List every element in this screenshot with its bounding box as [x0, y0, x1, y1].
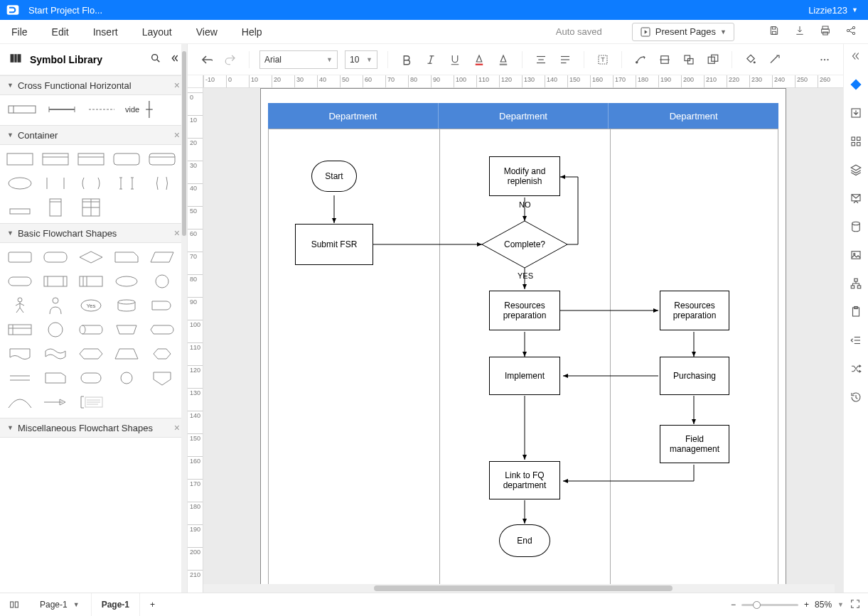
save-icon[interactable] [768, 25, 780, 38]
sitemap-icon[interactable] [850, 277, 862, 293]
close-icon[interactable]: × [174, 80, 180, 91]
shape-manual[interactable] [112, 321, 141, 338]
section-container[interactable]: ▼ Container × [0, 125, 187, 145]
font-size-select[interactable]: 10▼ [345, 50, 377, 69]
group-button[interactable] [680, 51, 697, 68]
shape-actor[interactable] [6, 297, 34, 314]
expand-panel-icon[interactable] [850, 50, 862, 65]
shape-predef2[interactable] [77, 273, 105, 290]
shuffle-icon[interactable] [850, 362, 862, 378]
section-basic-flowchart[interactable]: ▼ Basic Flowchart Shapes × [0, 223, 187, 243]
node-resources-2[interactable]: Resources preparation [660, 291, 729, 330]
shape-drum[interactable] [77, 321, 105, 338]
lane-header-2[interactable]: Department [439, 103, 609, 129]
shape-decision[interactable] [77, 249, 105, 266]
node-resources-1[interactable]: Resources preparation [489, 291, 560, 330]
shape-annot[interactable] [77, 394, 105, 411]
shape-card[interactable] [112, 249, 141, 266]
zoom-out-button[interactable]: − [731, 600, 736, 610]
theme-icon[interactable] [850, 78, 862, 94]
grid-icon[interactable] [850, 135, 862, 151]
workspace[interactable]: Department Department Department [203, 88, 843, 593]
document-title[interactable]: Start Project Flo... [28, 5, 102, 16]
align-h-button[interactable] [532, 51, 550, 68]
shape-hex[interactable] [77, 345, 105, 362]
node-submit-fsr[interactable]: Submit FSR [295, 224, 373, 265]
shape-data[interactable] [148, 249, 176, 266]
highlight-button[interactable] [495, 51, 512, 68]
horizontal-scrollbar[interactable] [203, 584, 835, 593]
share-icon[interactable] [845, 25, 857, 38]
outline-icon[interactable] [0, 599, 28, 610]
layers-icon[interactable] [850, 163, 862, 179]
shape-terminator[interactable] [6, 273, 34, 290]
shape-delay[interactable] [148, 297, 176, 314]
bold-button[interactable] [398, 51, 415, 68]
shape[interactable] [77, 175, 105, 192]
align-objects-button[interactable] [656, 51, 673, 68]
font-color-button[interactable] [471, 51, 488, 68]
close-icon[interactable]: × [174, 227, 180, 239]
left-scrollbar[interactable] [181, 44, 187, 593]
page-canvas[interactable]: Department Department Department [260, 88, 786, 593]
shape-tab[interactable] [41, 369, 70, 387]
node-start[interactable]: Start [311, 161, 357, 192]
shape-lines[interactable] [6, 369, 34, 387]
zoom-slider[interactable] [741, 604, 798, 606]
node-link-fq[interactable]: Link to FQ department [489, 461, 560, 499]
menu-insert[interactable]: Insert [93, 26, 118, 38]
export-icon[interactable] [850, 107, 862, 122]
vide-shape[interactable]: vide [125, 101, 158, 118]
shape-predef[interactable] [41, 273, 70, 290]
node-implement[interactable]: Implement [489, 357, 560, 395]
shape-offpage[interactable] [148, 369, 176, 387]
menu-view[interactable]: View [196, 26, 218, 38]
connector-button[interactable] [632, 51, 649, 68]
node-modify[interactable]: Modify and replenish [489, 156, 560, 196]
section-misc-flowchart[interactable]: ▼ Miscellaneous Flowchart Shapes × [0, 418, 187, 438]
close-icon[interactable]: × [174, 129, 180, 141]
swimlane-shape[interactable] [6, 101, 38, 118]
search-icon[interactable] [150, 53, 161, 67]
node-end[interactable]: End [499, 524, 550, 557]
italic-button[interactable] [422, 51, 439, 68]
text-tool-button[interactable]: T [594, 51, 611, 68]
shape-ellipse[interactable] [112, 273, 141, 290]
more-button[interactable] [816, 51, 833, 68]
zoom-value[interactable]: 85% [815, 600, 832, 610]
shape-round[interactable] [77, 369, 105, 387]
download-icon[interactable] [794, 25, 805, 38]
font-family-select[interactable]: Arial▼ [259, 50, 338, 69]
database-icon[interactable] [850, 220, 862, 236]
shape[interactable] [41, 151, 70, 168]
outdent-icon[interactable] [850, 334, 862, 350]
node-purchasing[interactable]: Purchasing [660, 357, 729, 395]
history-icon[interactable] [850, 391, 862, 406]
separator-shape-2[interactable] [85, 101, 118, 118]
shape-doc[interactable] [6, 345, 34, 362]
shape-process[interactable] [6, 249, 34, 266]
shape[interactable] [41, 175, 70, 192]
shape-user[interactable] [41, 297, 70, 314]
node-field-mgmt[interactable]: Field management [660, 425, 729, 463]
swimlane-header[interactable]: Department Department Department [268, 103, 778, 129]
separator-shape[interactable] [45, 101, 78, 118]
lane-header-3[interactable]: Department [609, 103, 778, 129]
line-style-button[interactable] [766, 51, 783, 68]
shape-circle[interactable] [148, 273, 176, 290]
menu-edit[interactable]: Edit [52, 26, 69, 38]
shape[interactable] [6, 199, 34, 216]
shape-db[interactable] [112, 297, 141, 314]
shape-trap[interactable] [112, 345, 141, 362]
shape[interactable] [6, 175, 34, 192]
close-icon[interactable]: × [174, 422, 180, 433]
shape-display[interactable] [148, 321, 176, 338]
shape[interactable] [77, 199, 105, 216]
menu-help[interactable]: Help [242, 26, 262, 38]
comments-icon[interactable] [850, 192, 862, 207]
print-icon[interactable] [820, 25, 831, 38]
shape-hex2[interactable] [148, 345, 176, 362]
add-page-button[interactable]: + [140, 600, 165, 610]
node-complete[interactable]: Complete? [482, 221, 567, 268]
shape-process-2[interactable] [41, 249, 70, 266]
